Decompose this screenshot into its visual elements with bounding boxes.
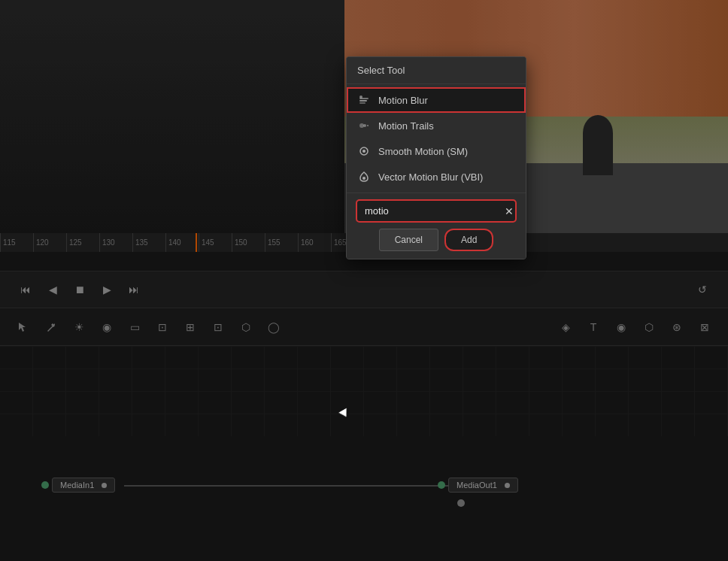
dialog-search-area: ✕ Cancel Add	[347, 193, 526, 259]
dialog-buttons: Cancel Add	[357, 229, 515, 251]
tool-item-vector-motion-blur[interactable]: Vector Motion Blur (VBI)	[347, 164, 526, 190]
search-clear-button[interactable]: ✕	[499, 205, 515, 217]
svg-rect-1	[359, 100, 367, 102]
motion-trails-icon	[357, 119, 371, 132]
svg-point-9	[362, 177, 366, 180]
vector-motion-blur-label: Vector Motion Blur (VBI)	[378, 171, 483, 183]
cancel-button[interactable]: Cancel	[379, 229, 438, 251]
svg-point-5	[363, 124, 366, 127]
vector-motion-blur-icon	[357, 170, 371, 183]
motion-blur-label: Motion Blur	[378, 95, 428, 106]
search-input[interactable]	[357, 201, 499, 221]
smooth-motion-label: Smooth Motion (SM)	[378, 146, 468, 157]
motion-trails-label: Motion Trails	[378, 120, 434, 132]
svg-point-3	[359, 96, 362, 99]
cursor-arrow-icon	[338, 408, 350, 420]
tool-item-motion-blur[interactable]: Motion Blur	[347, 87, 526, 113]
tool-list: Motion Blur Motion Trails Smooth Motion …	[347, 84, 526, 193]
svg-point-8	[362, 150, 366, 153]
tool-item-motion-trails[interactable]: Motion Trails	[347, 113, 526, 138]
add-button[interactable]: Add	[444, 229, 493, 251]
dialog-title: Select Tool	[347, 57, 526, 84]
svg-rect-2	[359, 102, 366, 104]
smooth-motion-icon	[357, 144, 371, 158]
tool-item-smooth-motion[interactable]: Smooth Motion (SM)	[347, 138, 526, 164]
cursor-indicator	[340, 410, 349, 419]
motion-blur-icon	[357, 93, 371, 107]
search-input-wrapper: ✕	[357, 201, 515, 221]
select-tool-dialog: Select Tool Motion Blur Moti	[346, 56, 526, 259]
svg-point-6	[367, 125, 369, 126]
